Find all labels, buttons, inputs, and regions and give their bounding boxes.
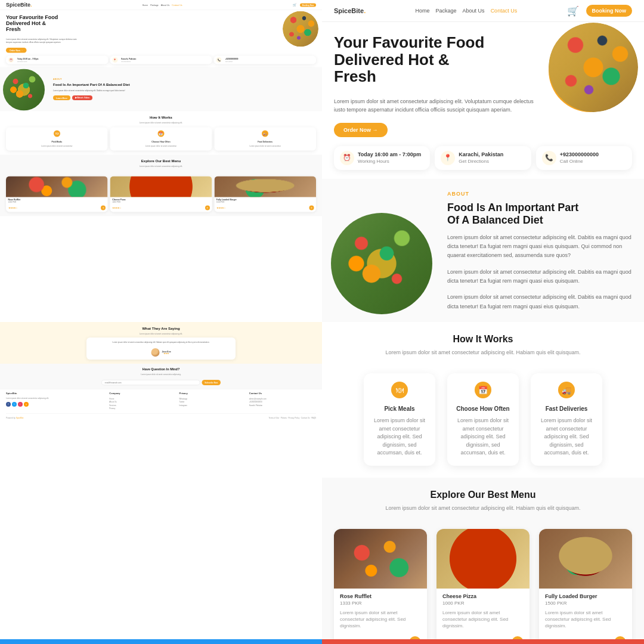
hero-food-image: [283, 11, 318, 47]
hero-image-wrap: [543, 41, 632, 130]
about-content: About Food Is An Important Part Of A Bal…: [441, 191, 644, 322]
about-desc: Lorem ipsum dolor sit amet consectetur a…: [53, 89, 317, 92]
how-title: How It Works: [334, 334, 632, 345]
info-card-location: 📍 Karachi, PakistanGet Directions: [110, 55, 212, 64]
footer-col-contact: Contact Us admin@example.com +9230000000…: [249, 392, 316, 411]
nav-right: 🛒 Booking Now: [567, 5, 633, 17]
menu-grid: Rose Rufflet 1333 PKR ★★★★☆ + Cheese Piz…: [6, 176, 316, 212]
footer-link: +923000000000: [249, 401, 316, 403]
info-phone-title: +923000000000: [225, 58, 239, 60]
nav-contact[interactable]: Contact Us: [491, 8, 518, 14]
about-text: About Food Is An Important Part Of A Bal…: [51, 78, 322, 100]
testimonial-author-thumb: Jose Eve ★★★: [89, 348, 233, 357]
footer-socials-thumb: f t i y: [6, 402, 106, 407]
burger-image: [539, 529, 632, 589]
item-2-name: Cheese Pizza: [112, 199, 210, 201]
how-step-choose: 📅 Choose How Often Lorem ipsum dolor sit…: [447, 373, 519, 466]
item-3-name: Fully Loaded Burger: [216, 199, 314, 201]
booking-btn[interactable]: Booking Now: [300, 3, 316, 7]
footer-link[interactable]: Instagram: [179, 404, 246, 406]
nav-home[interactable]: Home: [416, 8, 430, 14]
rice-name: Rose Rufflet: [340, 593, 421, 599]
small-preview-right: What They Are Saying Lorem ipsum dolor s…: [0, 322, 322, 422]
footer-desc-thumb: Lorem ipsum dolor sit amet consectetur a…: [6, 397, 106, 400]
how-section: How It Works Lorem ipsum dolor sit amet …: [322, 322, 644, 478]
add-item-1-btn[interactable]: +: [101, 205, 106, 210]
how-step-deliver: 🚚 Fast Deliveries Lorem ipsum dolor sit …: [531, 373, 602, 466]
delivery-icon: 🚚: [262, 130, 268, 137]
fast-delivery-icon: 🚚: [558, 382, 575, 398]
rice-image: [6, 176, 108, 197]
footer-link[interactable]: Privacy: [109, 408, 176, 410]
step-deliver-title: Fast Deliveries: [538, 405, 595, 412]
footer-link[interactable]: Whatsapp: [179, 398, 246, 400]
menu-item-3-info: Fully Loaded Burger 1500 PKR: [214, 197, 316, 205]
nav-right: 🛒 Booking Now: [293, 3, 316, 7]
order-btn[interactable]: Order Now →: [6, 48, 26, 53]
footer-link: Karachi Pakistan: [249, 404, 316, 406]
footer-link[interactable]: Twitter: [179, 401, 246, 403]
menu-item-3: Fully Loaded Burger 1500 PKR ★★★★☆ +: [214, 176, 316, 212]
footer-link[interactable]: Home: [109, 398, 176, 400]
menu-section-thumb: Explore Our Best Menu Lorem ipsum dolor …: [0, 154, 322, 216]
about-section: About Food Is An Important Part Of A Bal…: [322, 179, 644, 322]
how-section: How It Works Lorem ipsum dolor sit amet …: [0, 111, 322, 154]
youtube-icon[interactable]: y: [24, 402, 29, 407]
menu-section: Explore Our Best Menu Lorem ipsum dolor …: [322, 478, 644, 645]
phone-title: +923000000000: [560, 151, 599, 157]
facebook-icon[interactable]: f: [6, 402, 11, 407]
nav-about[interactable]: About Us: [463, 8, 485, 14]
faq-email-thumb[interactable]: [101, 380, 200, 385]
learn-more-btn[interactable]: Learn More: [53, 95, 70, 100]
how-step-1: 🍽 Pick Meals Lorem ipsum dolor sit amet …: [6, 127, 108, 150]
clock-icon: ⏰: [340, 151, 354, 165]
location-icon: 📍: [112, 57, 117, 63]
info-phone-sub: Call Online: [225, 60, 239, 62]
menu-card-burger: Fully Loaded Burger 1500 PKR Lorem ipsum…: [539, 529, 632, 645]
clock-icon: ⏰: [8, 57, 14, 63]
choose-often-icon: 📅: [157, 130, 164, 137]
menu-item-2-info: Cheese Pizza 1000 PKR: [110, 197, 212, 205]
footer-policy-links: Terms of Use · Policies · Privacy Policy…: [268, 417, 316, 419]
step-2-title: Choose How Often: [113, 140, 210, 143]
burger-name: Fully Loaded Burger: [545, 593, 626, 599]
footer-link[interactable]: About Us: [109, 401, 176, 403]
item-3-stars: ★★★★☆: [216, 206, 225, 209]
faq-subscribe-thumb[interactable]: Subscribe Now: [202, 380, 221, 385]
phone-card: 📞 +923000000000 Call Online: [536, 146, 632, 170]
author-info-thumb: Jose Eve ★★★: [162, 350, 171, 355]
cart-icon[interactable]: 🛒: [567, 5, 579, 17]
add-item-2-btn[interactable]: +: [205, 205, 210, 210]
menu-item-1: Rose Rufflet 1333 PKR ★★★★☆ +: [6, 176, 108, 212]
footer-col-company: Company Home About Us Services Privacy: [109, 392, 176, 411]
add-item-3-btn[interactable]: +: [309, 205, 314, 210]
watch-video-btn[interactable]: ▶ Watch Video: [72, 95, 92, 100]
about-image-wrap: [0, 71, 51, 107]
red-accent-bar: [322, 639, 644, 644]
nav-package[interactable]: Package: [436, 8, 457, 14]
instagram-icon[interactable]: i: [18, 402, 23, 407]
order-now-button[interactable]: Order Now →: [334, 123, 388, 137]
how-subtitle: Lorem ipsum dolor sit amet consectetur a…: [334, 349, 632, 355]
item-2-price: 1000 PKR: [112, 201, 210, 203]
phone-icon: 📞: [542, 151, 556, 165]
step-3-title: Fast Deliveries: [216, 140, 314, 143]
menu-item-1-info: Rose Rufflet 1333 PKR: [6, 197, 108, 205]
map-pin-icon: 📍: [441, 151, 455, 165]
booking-button[interactable]: Booking Now: [586, 5, 633, 17]
footer-company-title: Company: [109, 392, 176, 395]
hours-title: Today 16:00 am - 7:00pm: [358, 151, 421, 157]
step-1-title: Pick Meals: [8, 140, 106, 143]
burger-image: [214, 176, 316, 197]
footer-link[interactable]: Services: [109, 404, 176, 406]
testimonial-title-thumb: What They Are Saying: [6, 326, 316, 330]
item-2-stars: ★★★★☆: [112, 206, 121, 209]
step-choose-desc: Lorem ipsum dolor sit amet consectetur a…: [454, 417, 512, 457]
footer-privacy-title: Privacy: [179, 392, 246, 395]
about-paragraph-2: Lorem ipsum dolor sit amet consectetur a…: [447, 268, 632, 286]
twitter-icon[interactable]: t: [12, 402, 17, 407]
location-text: Karachi, Pakistan Get Directions: [459, 151, 503, 164]
hours-text: Today 16:00 am - 7:00pm Working Hours: [358, 151, 421, 164]
item-1-price: 1333 PKR: [8, 201, 106, 203]
how-steps: 🍽 Pick Meals Lorem ipsum dolor sit amet …: [6, 127, 316, 150]
